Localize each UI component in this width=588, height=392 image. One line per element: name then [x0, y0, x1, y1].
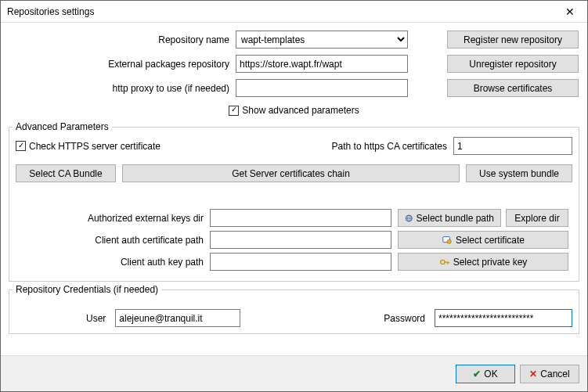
- repository-credentials-title: Repository Credentials (if needed): [13, 284, 161, 295]
- svg-point-5: [440, 260, 444, 264]
- use-system-bundle-button[interactable]: Use system bundle: [466, 164, 572, 182]
- advanced-parameters-title: Advanced Parameters: [13, 121, 112, 132]
- key-icon: [439, 257, 450, 268]
- certificate-icon: [442, 235, 453, 246]
- x-icon: ✕: [529, 369, 537, 379]
- proxy-label: http proxy to use (if needed): [9, 83, 236, 94]
- credentials-row: User Password: [16, 309, 572, 327]
- select-ca-bundle-button[interactable]: Select CA Bundle: [16, 164, 116, 182]
- repository-name-label: Repository name: [9, 34, 236, 45]
- cancel-button[interactable]: ✕ Cancel: [520, 365, 579, 383]
- client-cert-input[interactable]: [210, 231, 391, 249]
- check-https-label: Check HTTPS server certificate: [29, 141, 161, 152]
- show-advanced-label: Show advanced parameters: [242, 105, 359, 116]
- check-icon: ✔: [473, 369, 481, 379]
- ca-path-label: Path to https CA certificates: [332, 141, 447, 152]
- external-keys-dir-input[interactable]: [210, 209, 391, 227]
- select-private-key-button[interactable]: Select private key: [398, 253, 568, 271]
- close-button[interactable]: ✕: [553, 1, 587, 23]
- content-area: Repository name wapt-templates Register …: [1, 23, 587, 355]
- client-key-label: Client auth key path: [16, 257, 210, 268]
- user-input[interactable]: [115, 309, 240, 327]
- user-label: User: [86, 313, 106, 324]
- ok-button[interactable]: ✔ OK: [456, 365, 515, 383]
- ca-path-input[interactable]: [453, 137, 572, 155]
- row-external-repo: External packages repository Unregister …: [9, 55, 579, 73]
- show-advanced-checkbox[interactable]: [229, 106, 239, 116]
- register-new-repository-button[interactable]: Register new repository: [447, 31, 579, 49]
- adv-buttons-row: Select CA Bundle Get Server certificates…: [16, 164, 572, 182]
- external-repo-label: External packages repository: [9, 59, 236, 70]
- client-key-input[interactable]: [210, 253, 391, 271]
- external-repo-input[interactable]: [236, 55, 408, 73]
- external-keys-dir-label: Authorized external keys dir: [16, 213, 210, 224]
- check-https-checkbox[interactable]: [16, 141, 26, 151]
- select-bundle-path-button[interactable]: Select bundle path: [398, 209, 501, 227]
- unregister-repository-button[interactable]: Unregister repository: [447, 55, 579, 73]
- advanced-parameters-group: Advanced Parameters Check HTTPS server c…: [9, 127, 579, 282]
- dialog-footer: ✔ OK ✕ Cancel: [1, 355, 587, 391]
- globe-icon: [405, 213, 413, 224]
- proxy-input[interactable]: [236, 79, 408, 97]
- row-proxy: http proxy to use (if needed) Browse cer…: [9, 79, 579, 97]
- get-server-certificates-chain-button[interactable]: Get Server certificates chain: [122, 164, 460, 182]
- password-label: Password: [384, 313, 425, 324]
- svg-point-4: [447, 239, 451, 243]
- show-advanced-row: Show advanced parameters: [9, 105, 579, 116]
- adv-top-row: Check HTTPS server certificate Path to h…: [16, 137, 572, 155]
- row-repository-name: Repository name wapt-templates Register …: [9, 31, 579, 49]
- explore-dir-button[interactable]: Explore dir: [506, 209, 568, 227]
- repository-credentials-group: Repository Credentials (if needed) User …: [9, 290, 579, 334]
- select-certificate-button[interactable]: Select certificate: [398, 231, 568, 249]
- row-external-keys-dir: Authorized external keys dir Select bund…: [16, 209, 572, 227]
- window-title: Repositories settings: [7, 6, 553, 17]
- row-client-key: Client auth key path Select private key: [16, 253, 572, 271]
- row-client-cert: Client auth certificate path Select cert…: [16, 231, 572, 249]
- password-input[interactable]: [435, 309, 572, 327]
- browse-certificates-button[interactable]: Browse certificates: [447, 79, 579, 97]
- titlebar: Repositories settings ✕: [1, 1, 587, 23]
- client-cert-label: Client auth certificate path: [16, 235, 210, 246]
- repository-name-select[interactable]: wapt-templates: [236, 31, 408, 49]
